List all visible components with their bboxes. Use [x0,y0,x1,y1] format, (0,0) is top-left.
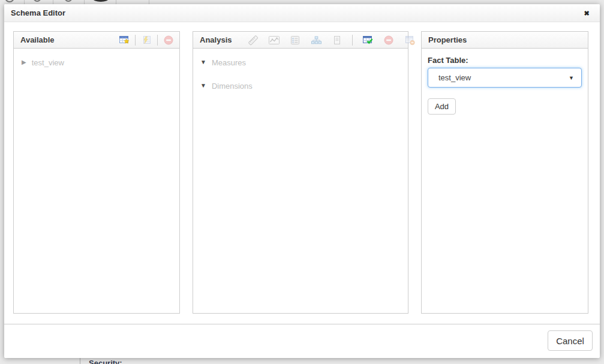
line-chart-icon[interactable] [268,35,280,46]
table-check-icon[interactable] [362,35,374,46]
divider [157,35,158,46]
divider [53,0,53,4]
section-measures[interactable]: ▼ Measures [193,57,408,68]
tree-item-test-view[interactable]: ▶ test_view [14,57,179,68]
list-icon[interactable] [289,35,301,46]
properties-panel-header: Properties [422,32,588,49]
analysis-panel-header: Analysis [193,32,408,49]
remove-icon[interactable] [163,35,175,46]
properties-panel: Properties Fact Table: test_view ▼ Add [421,31,588,314]
properties-panel-title: Properties [428,35,467,44]
available-panel-header: Available [14,32,179,49]
dialog-header: Schema Editor ✖ [4,4,600,22]
background-circle-icon [64,0,73,2]
divider [149,0,149,4]
measure-ruler-icon[interactable] [247,35,259,46]
background-toolbar-strip [0,0,604,4]
background-circle-icon [93,0,109,2]
divider [352,35,353,46]
divider [24,0,25,4]
add-table-icon[interactable] [118,35,130,46]
divider [84,0,85,4]
security-label: Security: [89,359,122,364]
cancel-button[interactable]: Cancel [548,330,593,351]
fact-table-selected-value: test_view [438,73,569,82]
chevron-down-icon: ▼ [569,75,574,81]
available-panel-title: Available [20,35,55,44]
hierarchy-icon[interactable] [310,35,322,46]
section-dimensions[interactable]: ▼ Dimensions [193,80,408,91]
section-label: Measures [212,58,246,67]
collapse-arrow-icon[interactable]: ▼ [200,83,206,89]
available-panel: Available [13,31,180,314]
tree-item-label: test_view [32,58,64,67]
divider [116,0,116,4]
fact-table-select[interactable]: test_view ▼ [428,68,582,88]
divider [135,35,136,46]
close-icon[interactable]: ✖ [582,9,591,19]
analysis-panel-title: Analysis [200,35,232,44]
document-icon[interactable] [331,35,343,46]
dialog-title: Schema Editor [11,4,65,22]
divider [80,358,80,364]
collapse-arrow-icon[interactable]: ▼ [200,59,206,65]
table-remove-icon[interactable] [404,35,416,46]
section-label: Dimensions [212,82,253,91]
remove-icon[interactable] [383,35,395,46]
add-button[interactable]: Add [428,98,456,115]
divider [4,324,600,324]
background-page-strip: Security: [0,358,604,364]
expand-arrow-icon[interactable]: ▶ [22,59,26,65]
edit-table-icon[interactable] [140,35,152,46]
analysis-panel: Analysis [193,31,408,314]
fact-table-label: Fact Table: [428,56,468,65]
background-circle-icon [33,0,41,2]
schema-editor-dialog: Schema Editor ✖ Available [4,4,600,358]
background-circle-icon [5,0,14,2]
